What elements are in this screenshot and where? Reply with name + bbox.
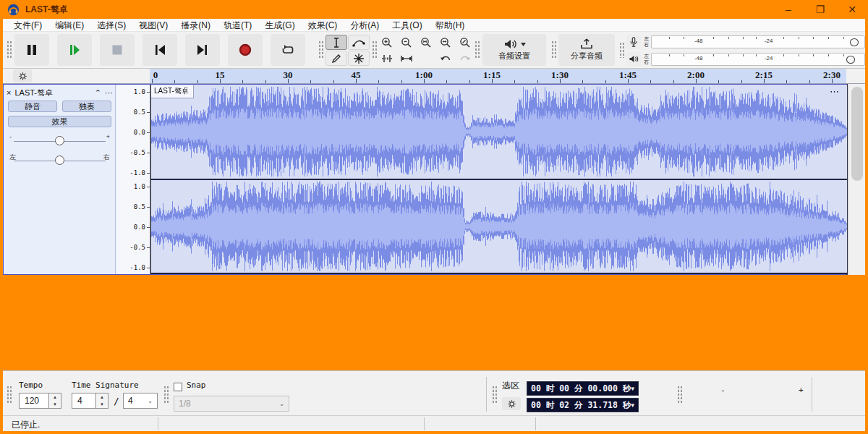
pause-button[interactable] (14, 34, 49, 66)
tools-grip[interactable] (318, 41, 324, 59)
menu-item-4[interactable]: 播录(N) (174, 19, 217, 32)
ruler-tick (537, 80, 538, 83)
meter-grip[interactable] (619, 42, 625, 58)
menu-item-10[interactable]: 帮助(H) (429, 19, 472, 32)
waveform-view[interactable]: LAST-骜卓 ⋯ (150, 85, 847, 274)
trim-audio-button[interactable] (378, 51, 396, 66)
track-collapse-button[interactable]: ⌃ (95, 88, 101, 98)
timesig-upper-value[interactable]: 4 (72, 393, 96, 409)
tempo-value[interactable]: 120 (19, 393, 49, 409)
menu-item-2[interactable]: 选择(S) (90, 19, 132, 32)
audio-setup-button[interactable]: 音频设置 (482, 34, 546, 66)
snap-interval-value: 1/8 (179, 399, 191, 409)
gain-slider-thumb[interactable] (55, 136, 64, 145)
effects-button[interactable]: 效果 (8, 116, 111, 127)
close-button[interactable]: ✕ (836, 0, 868, 19)
record-meter-button[interactable] (626, 35, 641, 49)
tempo-up-icon[interactable]: ▲ (49, 393, 61, 401)
track-overflow-button[interactable]: ⋯ (830, 86, 840, 97)
status-message: 已停止. (12, 419, 40, 431)
ruler-tick (764, 79, 765, 83)
waveform-canvas[interactable] (150, 85, 847, 274)
menu-item-3[interactable]: 视图(V) (132, 19, 174, 32)
play-button[interactable] (57, 34, 92, 66)
multi-tool-button[interactable] (348, 51, 370, 66)
timesig-lower-dropdown[interactable]: 4⌄ (123, 393, 158, 409)
selection-options-button[interactable] (502, 397, 521, 410)
tempo-spinbox[interactable]: 120 ▲▼ (19, 393, 61, 409)
tempo-down-icon[interactable]: ▼ (49, 401, 61, 408)
playback-level-slider[interactable]: -48-24 (651, 53, 865, 66)
waveform-track-name: LAST-骜卓 (151, 85, 194, 98)
menu-item-0[interactable]: 文件(F) (7, 19, 48, 32)
menu-item-9[interactable]: 工具(O) (386, 19, 428, 32)
fit-selection-button[interactable] (417, 35, 435, 50)
track-close-button[interactable]: × (7, 88, 11, 97)
draw-tool-button[interactable] (326, 51, 347, 66)
menu-item-6[interactable]: 生成(G) (258, 19, 301, 32)
selection-end-field[interactable]: 00 时 02 分 31.718 秒▼ (527, 398, 639, 412)
tempo-spin-buttons[interactable]: ▲▼ (49, 393, 61, 409)
timesig-upper-spinbox[interactable]: 4 ▲▼ (72, 393, 109, 409)
skip-end-icon (195, 43, 210, 57)
transport-grip[interactable] (7, 41, 12, 59)
envelope-tool-button[interactable] (348, 35, 370, 50)
vertical-scale-ruler[interactable]: 1.00.50.0-0.5-1.01.00.50.0-0.5-1.0 (116, 85, 150, 274)
edit-grip[interactable] (372, 41, 378, 59)
selection-start-field[interactable]: 00 时 00 分 00.000 秒▼ (527, 381, 639, 396)
playback-meter-button[interactable] (626, 52, 641, 67)
meter-volume-thumb[interactable] (846, 56, 855, 64)
pan-slider-thumb[interactable] (55, 156, 64, 165)
pan-slider[interactable]: 左 右 (8, 152, 111, 166)
mute-button[interactable]: 静音 (8, 101, 57, 112)
menu-item-1[interactable]: 编辑(E) (48, 19, 90, 32)
ruler-tick (197, 80, 198, 83)
snap-interval-dropdown[interactable]: 1/8⌄ (174, 396, 289, 412)
audio-setup-grip[interactable] (475, 41, 480, 59)
fit-project-button[interactable] (436, 35, 455, 50)
play-at-speed-grip[interactable] (677, 386, 683, 404)
undo-button[interactable] (436, 51, 455, 66)
selection-grip[interactable] (492, 386, 498, 404)
vertical-scrollbar[interactable] (848, 84, 865, 275)
minimize-button[interactable]: – (773, 0, 804, 19)
time-signature-grip[interactable] (7, 386, 12, 404)
maximize-button[interactable]: ❐ (804, 0, 836, 19)
zoom-in-button[interactable] (378, 35, 396, 50)
share-audio-button[interactable]: 分享音频 (558, 34, 615, 66)
menu-item-8[interactable]: 分析(A) (344, 19, 386, 32)
menu-item-7[interactable]: 效果(C) (302, 19, 344, 32)
meter-volume-thumb[interactable] (850, 38, 859, 46)
timesig-up-icon[interactable]: ▲ (96, 393, 108, 401)
timeline-options-button[interactable] (13, 69, 32, 82)
meter-scale-label: -48 (694, 38, 703, 44)
snap-grip[interactable] (163, 386, 169, 404)
track-name[interactable]: LAST-骜卓 (14, 88, 90, 98)
ruler-tick (809, 80, 810, 83)
vertical-scrollbar-thumb[interactable] (851, 87, 863, 181)
silence-audio-button[interactable] (397, 51, 416, 66)
redo-button[interactable] (456, 51, 475, 66)
loop-button[interactable] (271, 34, 305, 66)
track-menu-button[interactable]: ⋯ (105, 88, 113, 98)
skip-to-start-button[interactable] (142, 34, 177, 66)
record-button[interactable] (228, 34, 263, 66)
solo-button[interactable]: 独奏 (62, 101, 111, 112)
meter-tick (743, 54, 744, 56)
zoom-out-button[interactable] (397, 35, 416, 50)
timesig-spin-buttons[interactable]: ▲▼ (96, 393, 109, 409)
meter-tick (713, 37, 714, 39)
snap-checkbox[interactable] (174, 383, 182, 391)
selection-label: 选区 (502, 380, 519, 392)
timesig-down-icon[interactable]: ▼ (96, 401, 108, 408)
recording-level-slider[interactable]: -48-24 (651, 35, 865, 48)
stop-button[interactable] (100, 34, 135, 66)
share-grip[interactable] (551, 41, 557, 59)
gain-slider[interactable]: - + (8, 132, 111, 147)
skip-to-end-button[interactable] (185, 34, 220, 66)
menu-item-5[interactable]: 轨道(T) (217, 19, 258, 32)
scale-tick (147, 187, 150, 187)
timeline-ruler[interactable]: 01530451:001:151:301:452:002:152:30 (150, 69, 846, 83)
zoom-toggle-button[interactable] (456, 35, 475, 50)
selection-tool-button[interactable] (326, 35, 347, 50)
